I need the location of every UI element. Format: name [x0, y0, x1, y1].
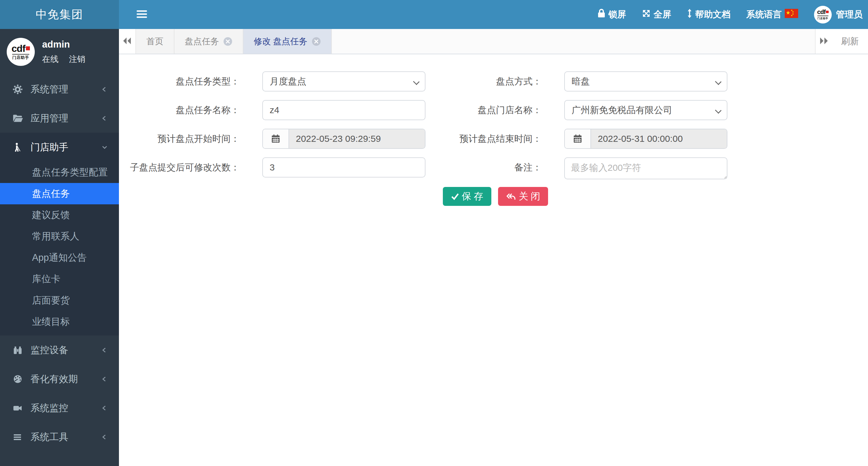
calendar-icon[interactable]	[565, 129, 591, 148]
chevron-left-icon	[101, 376, 108, 382]
sidebar-item-performance-target[interactable]: 业绩目标	[0, 311, 119, 333]
store-name-label: 盘点门店名称：	[426, 104, 564, 117]
fullscreen-button[interactable]: 全屏	[634, 0, 679, 29]
tabbar-spacer	[332, 29, 815, 54]
double-chevron-left-icon	[122, 37, 132, 46]
user-avatar: cdf 门店助手	[814, 6, 832, 24]
logout-link[interactable]: 注销	[69, 54, 85, 65]
save-label: 保 存	[462, 190, 484, 203]
user-role-label: 管理员	[836, 8, 863, 21]
sidebar-item-store-requisition[interactable]: 店面要货	[0, 290, 119, 311]
task-type-value: 月度盘点	[270, 75, 306, 88]
sidebar-item-inventory-task-type-config[interactable]: 盘点任务类型配置	[0, 162, 119, 183]
sidebar-item-store-assistant[interactable]: 门店助手	[0, 133, 119, 162]
tab-home[interactable]: 首页	[136, 29, 175, 54]
app-logo: 中免集团	[0, 0, 119, 29]
chevron-left-icon	[101, 86, 108, 93]
sidebar-item-label: 门店助手	[31, 141, 68, 154]
task-name-input[interactable]	[262, 100, 426, 120]
navbar-main: 锁屏 全屏 帮助文档 系统语言	[119, 0, 868, 29]
sidebar-item-system-monitor[interactable]: 系统监控	[0, 394, 119, 423]
modify-count-input[interactable]	[262, 157, 426, 178]
tab-edit-inventory-task[interactable]: 修改 盘点任务	[243, 29, 332, 54]
lock-icon	[597, 9, 606, 20]
sidebar-item-inventory-task[interactable]: 盘点任务	[0, 183, 119, 204]
check-icon	[451, 192, 459, 201]
lock-screen-button[interactable]: 锁屏	[590, 0, 634, 29]
gauge-icon	[13, 374, 31, 384]
application-window: 中免集团 锁屏 全屏	[0, 0, 868, 466]
reply-all-icon	[506, 192, 516, 201]
help-docs-label: 帮助文档	[695, 8, 731, 21]
avatar-logo-subtext: 门店助手	[817, 15, 828, 20]
sidebar-item-common-contacts[interactable]: 常用联系人	[0, 226, 119, 247]
refresh-label: 刷新	[841, 35, 859, 48]
language-button[interactable]: 系统语言	[738, 0, 806, 29]
online-status-link[interactable]: 在线	[42, 54, 59, 65]
chevron-left-icon	[101, 347, 108, 353]
avatar-logo-subtext: 门店助手	[12, 54, 29, 60]
chevron-left-icon	[101, 434, 108, 440]
double-chevron-right-icon	[818, 37, 829, 46]
sidebar-group-store-assistant: 门店助手 盘点任务类型配置 盘点任务 建议反馈 常用联系人 App通知公告 库位…	[0, 133, 119, 336]
avatar-red-square	[826, 11, 828, 13]
language-label: 系统语言	[746, 8, 782, 21]
inventory-method-select[interactable]: 暗盘	[564, 71, 727, 92]
sidebar-menu: 系统管理 应用管理	[0, 75, 119, 452]
sidebar-item-bin-card[interactable]: 库位卡	[0, 268, 119, 290]
start-time-value: 2022-05-23 09:29:59	[289, 129, 425, 148]
sidebar-item-system-management[interactable]: 系统管理	[0, 75, 119, 104]
tabs-scroll-left-button[interactable]	[119, 29, 136, 54]
sidebar-item-cosmetics-validity[interactable]: 香化有效期	[0, 365, 119, 394]
sidebar: cdf 门店助手 admin 在线 注销 系统管理	[0, 29, 119, 466]
store-assistant-submenu: 盘点任务类型配置 盘点任务 建议反馈 常用联系人 App通知公告 库位卡 店面要…	[0, 162, 119, 336]
avatar-logo-text: cdf	[11, 43, 25, 53]
close-icon[interactable]	[312, 37, 321, 46]
sidebar-item-app-management[interactable]: 应用管理	[0, 104, 119, 133]
navbar-actions: 锁屏 全屏 帮助文档 系统语言	[590, 0, 868, 29]
store-name-select[interactable]: 广州新免免税品有限公司	[564, 100, 727, 120]
sidebar-user-panel: cdf 门店助手 admin 在线 注销	[0, 29, 119, 75]
video-camera-icon	[13, 403, 31, 413]
end-time-picker[interactable]: 2022-05-31 00:00:00	[564, 129, 727, 149]
start-time-picker[interactable]: 2022-05-23 09:29:59	[262, 129, 426, 149]
task-name-label: 盘点任务名称：	[119, 104, 262, 117]
close-icon[interactable]	[223, 37, 232, 46]
sidebar-item-app-notice[interactable]: App通知公告	[0, 247, 119, 268]
avatar-logo-text: cdf	[817, 9, 825, 15]
hamburger-icon	[136, 10, 147, 20]
sidebar-item-suggestion-feedback[interactable]: 建议反馈	[0, 204, 119, 226]
close-button[interactable]: 关 闭	[498, 187, 548, 206]
sidebar-item-system-tools[interactable]: 系统工具	[0, 423, 119, 452]
sidebar-avatar: cdf 门店助手	[7, 38, 35, 66]
store-name-value: 广州新免免税品有限公司	[571, 104, 672, 117]
sidebar-item-monitor-devices[interactable]: 监控设备	[0, 336, 119, 365]
arrows-v-icon	[687, 9, 692, 20]
end-time-value: 2022-05-31 00:00:00	[591, 129, 727, 148]
help-docs-button[interactable]: 帮助文档	[679, 0, 738, 29]
save-button[interactable]: 保 存	[443, 187, 491, 206]
task-type-select[interactable]: 月度盘点	[262, 71, 426, 92]
chevron-left-icon	[101, 115, 108, 122]
chevron-left-icon	[101, 405, 108, 411]
user-menu-button[interactable]: cdf 门店助手 管理员	[806, 0, 868, 29]
folder-open-icon	[13, 114, 31, 123]
refresh-button[interactable]: 刷新	[832, 29, 868, 54]
gear-icon	[13, 85, 31, 94]
sidebar-toggle-button[interactable]	[131, 0, 153, 29]
tabs-scroll-right-button[interactable]	[815, 29, 832, 54]
sidebar-item-label: 香化有效期	[31, 373, 78, 385]
calendar-icon[interactable]	[263, 129, 289, 148]
chevron-down-icon	[101, 144, 108, 151]
inventory-method-value: 暗盘	[571, 75, 590, 88]
sidebar-item-label: 系统监控	[31, 402, 68, 414]
remark-textarea[interactable]	[564, 157, 727, 179]
end-time-label: 预计盘点结束时间：	[426, 133, 564, 145]
fullscreen-label: 全屏	[654, 8, 671, 21]
sidebar-item-label: 监控设备	[31, 344, 68, 356]
modify-count-label: 子盘点提交后可修改次数：	[119, 157, 262, 178]
tab-label: 首页	[146, 36, 163, 47]
tab-inventory-task[interactable]: 盘点任务	[175, 29, 243, 54]
sidebar-item-label: 系统工具	[31, 431, 68, 443]
lock-screen-label: 锁屏	[609, 8, 626, 21]
